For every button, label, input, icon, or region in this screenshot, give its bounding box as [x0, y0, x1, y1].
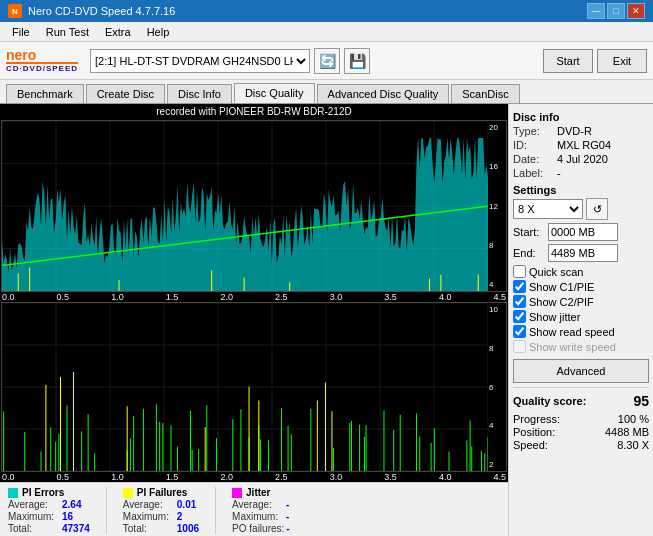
legend-area: PI Errors Average: 2.64 Maximum: 16 Tota…: [0, 482, 508, 536]
maximize-button[interactable]: □: [607, 3, 625, 19]
menu-run-test[interactable]: Run Test: [38, 24, 97, 40]
show-c1pie-label: Show C1/PIE: [529, 281, 594, 293]
speed-setting-row: 8 X ↺: [513, 198, 649, 220]
advanced-button[interactable]: Advanced: [513, 359, 649, 383]
pi-errors-title: PI Errors: [22, 487, 64, 498]
end-mb-row: End:: [513, 244, 649, 262]
refresh-icon[interactable]: 🔄: [314, 48, 340, 74]
tab-scandisc[interactable]: ScanDisc: [451, 84, 519, 103]
jitter-title: Jitter: [246, 487, 270, 498]
jitter-color: [232, 488, 242, 498]
quality-score-row: Quality score: 95: [513, 393, 649, 409]
show-c2pif-checkbox[interactable]: [513, 295, 526, 308]
lower-chart-canvas: [2, 303, 488, 471]
upper-chart-x-labels: 0.00.51.01.52.02.53.03.54.04.5: [0, 292, 508, 302]
show-write-speed-row: Show write speed: [513, 340, 649, 353]
progress-row: Progress: 100 %: [513, 413, 649, 425]
start-label: Start:: [513, 226, 545, 238]
show-c2pif-label: Show C2/PIF: [529, 296, 594, 308]
disc-info-title: Disc info: [513, 111, 649, 123]
window-title: Nero CD-DVD Speed 4.7.7.16: [28, 5, 175, 17]
menu-bar: File Run Test Extra Help: [0, 22, 653, 42]
upper-chart-canvas: [2, 121, 488, 291]
pi-failures-title: PI Failures: [137, 487, 188, 498]
tab-disc-info[interactable]: Disc Info: [167, 84, 232, 103]
menu-help[interactable]: Help: [139, 24, 178, 40]
end-label: End:: [513, 247, 545, 259]
show-write-speed-label: Show write speed: [529, 341, 616, 353]
show-write-speed-checkbox[interactable]: [513, 340, 526, 353]
legend-divider-1: [106, 487, 107, 534]
menu-file[interactable]: File: [4, 24, 38, 40]
tab-benchmark[interactable]: Benchmark: [6, 84, 84, 103]
nero-logo: nero CD·DVD/SPEED: [6, 48, 78, 73]
quality-score-label: Quality score:: [513, 395, 586, 407]
legend-divider-2: [215, 487, 216, 534]
show-read-speed-checkbox[interactable]: [513, 325, 526, 338]
exit-button[interactable]: Exit: [597, 49, 647, 73]
tab-bar: Benchmark Create Disc Disc Info Disc Qua…: [0, 80, 653, 104]
show-c2pif-row: Show C2/PIF: [513, 295, 649, 308]
close-button[interactable]: ✕: [627, 3, 645, 19]
start-mb-row: Start:: [513, 223, 649, 241]
pi-errors-color: [8, 488, 18, 498]
pi-failures-color: [123, 488, 133, 498]
show-jitter-label: Show jitter: [529, 311, 580, 323]
disc-id-row: ID: MXL RG04: [513, 139, 649, 151]
show-c1pie-row: Show C1/PIE: [513, 280, 649, 293]
show-jitter-checkbox[interactable]: [513, 310, 526, 323]
toolbar: nero CD·DVD/SPEED [2:1] HL-DT-ST DVDRAM …: [0, 42, 653, 80]
speed-select[interactable]: 8 X: [513, 199, 583, 219]
menu-extra[interactable]: Extra: [97, 24, 139, 40]
chart-title: recorded with PIONEER BD-RW BDR-212D: [0, 104, 508, 119]
tab-disc-quality[interactable]: Disc Quality: [234, 83, 315, 103]
quick-scan-checkbox[interactable]: [513, 265, 526, 278]
start-field[interactable]: [548, 223, 618, 241]
main-content: recorded with PIONEER BD-RW BDR-212D 201…: [0, 104, 653, 536]
disc-date-row: Date: 4 Jul 2020: [513, 153, 649, 165]
quick-scan-label: Quick scan: [529, 266, 583, 278]
position-row: Position: 4488 MB: [513, 426, 649, 438]
end-field[interactable]: [548, 244, 618, 262]
minimize-button[interactable]: —: [587, 3, 605, 19]
progress-section: Progress: 100 % Position: 4488 MB Speed:…: [513, 413, 649, 451]
legend-pi-errors: PI Errors Average: 2.64 Maximum: 16 Tota…: [8, 487, 90, 534]
refresh-drive-icon[interactable]: ↺: [586, 198, 608, 220]
app-icon: N: [8, 4, 22, 18]
lower-chart-x-labels: 0.00.51.01.52.02.53.03.54.04.5: [0, 472, 508, 482]
legend-pi-failures: PI Failures Average: 0.01 Maximum: 2 Tot…: [123, 487, 199, 534]
disc-label-row: Label: -: [513, 167, 649, 179]
quick-scan-row: Quick scan: [513, 265, 649, 278]
save-icon[interactable]: 💾: [344, 48, 370, 74]
show-jitter-row: Show jitter: [513, 310, 649, 323]
legend-jitter: Jitter Average: - Maximum: - PO failures…: [232, 487, 290, 534]
drive-selector[interactable]: [2:1] HL-DT-ST DVDRAM GH24NSD0 LH00: [90, 49, 310, 73]
speed-row: Speed: 8.30 X: [513, 439, 649, 451]
quality-score-value: 95: [633, 393, 649, 409]
disc-type-row: Type: DVD-R: [513, 125, 649, 137]
show-read-speed-row: Show read speed: [513, 325, 649, 338]
start-button[interactable]: Start: [543, 49, 593, 73]
title-bar: N Nero CD-DVD Speed 4.7.7.16 — □ ✕: [0, 0, 653, 22]
tab-create-disc[interactable]: Create Disc: [86, 84, 165, 103]
tab-advanced-disc-quality[interactable]: Advanced Disc Quality: [317, 84, 450, 103]
show-c1pie-checkbox[interactable]: [513, 280, 526, 293]
settings-title: Settings: [513, 184, 649, 196]
show-read-speed-label: Show read speed: [529, 326, 615, 338]
right-panel: Disc info Type: DVD-R ID: MXL RG04 Date:…: [508, 104, 653, 536]
